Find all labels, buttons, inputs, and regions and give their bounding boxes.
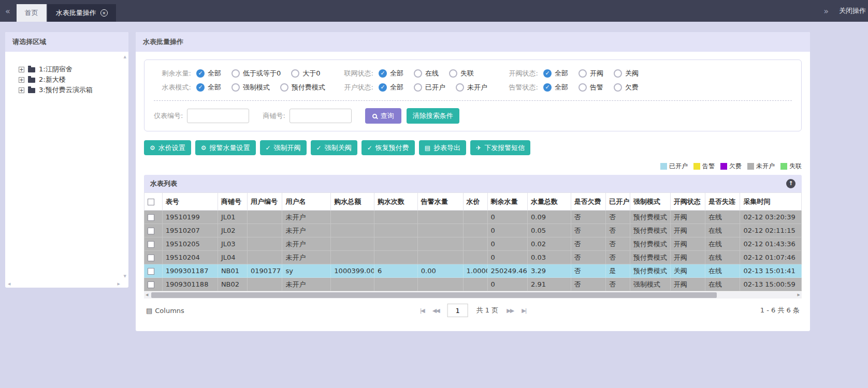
table-row[interactable]: 19510204JL04未开户00.03否否预付费模式开阀在线02-12 01:… (144, 251, 802, 264)
table-row[interactable]: 19510207JL02未开户00.05否否预付费模式开阀在线02-12 02:… (144, 224, 802, 237)
meter-table-panel: 水表列表 ↑ 表号商铺号用户编号用户名购水总额购水次数告警水量水价剩余水量水量总… (144, 175, 802, 322)
row-checkbox[interactable] (148, 268, 154, 275)
radio-option[interactable]: 预付费模式 (280, 83, 325, 92)
radio-option[interactable]: ✓全部 (196, 83, 221, 92)
radio-option[interactable]: 在线 (414, 69, 439, 78)
radio-option[interactable]: 强制模式 (232, 83, 270, 92)
row-checkbox[interactable] (148, 281, 154, 288)
last-page-icon[interactable]: ▶| (522, 307, 526, 314)
check-icon: ✓ (367, 144, 372, 152)
radio-checked-icon[interactable]: ✓ (543, 83, 552, 92)
radio-option[interactable]: ✓全部 (543, 83, 568, 92)
scrollbar-down-icon[interactable]: ▼ (124, 274, 126, 278)
radio-checked-icon[interactable]: ✓ (196, 83, 205, 92)
scrollbar-left-icon[interactable]: ◀ (8, 282, 10, 286)
scrollbar-right-icon[interactable]: ▶ (118, 282, 120, 286)
columns-button[interactable]: ▤ Columns (146, 307, 184, 315)
scroll-right-icon[interactable]: ▶ (798, 293, 800, 297)
scroll-tabs-right-icon[interactable]: » (823, 6, 829, 16)
search-button[interactable]: 查询 (365, 108, 401, 124)
table-row[interactable]: 1909301187NB010190177sy1000399.0060.001.… (144, 264, 802, 278)
radio-option[interactable]: 已开户 (414, 83, 445, 92)
column-header: 是否失连 (705, 193, 740, 211)
select-all-checkbox[interactable] (148, 199, 154, 205)
row-checkbox[interactable] (148, 255, 154, 261)
tree-item[interactable]: +2:新大楼 (19, 74, 125, 85)
clear-search-button[interactable]: 清除搜索条件 (407, 108, 459, 124)
row-checkbox[interactable] (148, 214, 154, 221)
meter-export-button[interactable]: ▤抄表导出 (419, 140, 466, 155)
close-operations-button[interactable]: 关闭操作 (839, 6, 866, 16)
radio-checked-icon[interactable]: ✓ (379, 83, 387, 92)
radio-icon[interactable] (414, 83, 422, 92)
first-page-icon[interactable]: |◀ (420, 307, 424, 314)
table-cell: 否 (606, 211, 630, 224)
radio-option[interactable]: 低于或等于0 (232, 69, 281, 78)
radio-checked-icon[interactable]: ✓ (196, 69, 205, 78)
table-row[interactable]: 19510205JL03未开户00.02否否预付费模式开阀在线02-12 01:… (144, 237, 802, 251)
columns-icon: ▤ (146, 307, 152, 315)
send-alarm-sms-button[interactable]: ✈下发报警短信 (470, 140, 530, 155)
radio-icon[interactable] (291, 69, 299, 78)
tree-item[interactable]: +3:预付费云演示箱 (19, 85, 125, 95)
table-title: 水表列表 (150, 179, 177, 188)
expand-icon[interactable]: + (19, 67, 24, 72)
radio-checked-icon[interactable]: ✓ (543, 69, 552, 78)
refresh-icon[interactable]: ↑ (786, 179, 795, 188)
radio-icon[interactable] (578, 83, 587, 92)
radio-option[interactable]: 关阀 (614, 69, 639, 78)
radio-option[interactable]: ✓全部 (543, 69, 568, 78)
table-row[interactable]: 19510199JL01未开户00.09否否预付费模式开阀在线02-12 03:… (144, 211, 802, 224)
radio-icon[interactable] (280, 83, 288, 92)
restore-prepaid-button[interactable]: ✓恢复预付费 (361, 140, 415, 155)
radio-icon[interactable] (232, 69, 240, 78)
expand-icon[interactable]: + (19, 87, 24, 93)
radio-option[interactable]: ✓全部 (379, 69, 403, 78)
radio-option[interactable]: 欠费 (614, 83, 639, 92)
radio-option[interactable]: 失联 (449, 69, 474, 78)
tab-water-meter-batch[interactable]: 水表批量操作 × (48, 4, 116, 22)
table-cell (463, 278, 487, 291)
alarm-volume-settings-button[interactable]: ⚙报警水量设置 (195, 140, 256, 155)
tab-home[interactable]: 首页 (17, 4, 47, 22)
legend-swatch (660, 163, 667, 170)
close-tab-icon[interactable]: × (100, 9, 108, 17)
row-checkbox[interactable] (148, 228, 154, 234)
radio-option[interactable]: 告警 (578, 83, 603, 92)
radio-option[interactable]: 未开户 (456, 83, 487, 92)
shop-no-input[interactable] (290, 109, 352, 123)
radio-icon[interactable] (578, 69, 587, 78)
scroll-left-icon[interactable]: ◀ (146, 293, 148, 297)
folder-icon (28, 78, 35, 83)
row-checkbox[interactable] (148, 241, 154, 248)
radio-icon[interactable] (232, 83, 240, 92)
prev-page-icon[interactable]: ◀◀ (432, 307, 439, 314)
radio-option[interactable]: 开阀 (578, 69, 603, 78)
page-number-input[interactable] (447, 304, 468, 317)
expand-icon[interactable]: + (19, 77, 24, 83)
scrollbar-up-icon[interactable]: ▲ (124, 55, 126, 59)
water-price-settings-button[interactable]: ⚙水价设置 (144, 140, 191, 155)
next-page-icon[interactable]: ▶▶ (507, 307, 513, 314)
radio-icon[interactable] (414, 69, 422, 78)
radio-icon[interactable] (456, 83, 464, 92)
radio-checked-icon[interactable]: ✓ (379, 69, 387, 78)
scrollbar-thumb[interactable] (151, 292, 717, 298)
force-open-valve-button[interactable]: ✓强制开阀 (260, 140, 307, 155)
tree-item[interactable]: +1:江阴宿舍 (19, 64, 125, 74)
force-close-valve-button[interactable]: ✓强制关阀 (311, 140, 357, 155)
radio-icon[interactable] (614, 69, 622, 78)
action-button-label: 强制开阀 (274, 143, 301, 153)
radio-icon[interactable] (614, 83, 622, 92)
radio-option[interactable]: ✓全部 (196, 69, 221, 78)
meter-no-input[interactable] (187, 109, 249, 123)
radio-option[interactable]: 大于0 (291, 69, 320, 78)
table-cell: 0.09 (528, 211, 571, 224)
table-row[interactable]: 1909301188NB02未开户02.91否否强制模式开阀在线02-13 15… (144, 278, 802, 291)
radio-option[interactable]: ✓全部 (379, 83, 403, 92)
radio-icon[interactable] (449, 69, 457, 78)
scroll-tabs-left-icon[interactable]: « (5, 6, 10, 16)
horizontal-scrollbar[interactable]: ◀ ▶ (144, 292, 802, 299)
area-tree: +1:江阴宿舍+2:新大楼+3:预付费云演示箱 (5, 52, 128, 95)
legend-item: 失联 (780, 162, 802, 171)
